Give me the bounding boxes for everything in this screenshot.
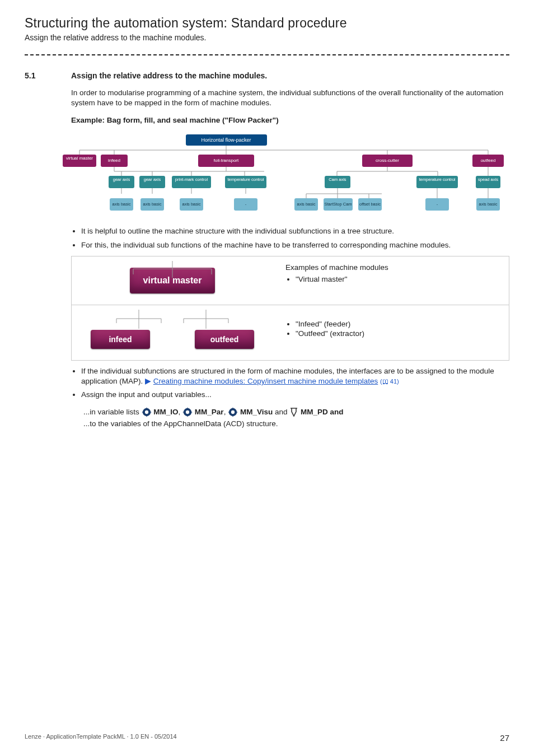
- var-and: and: [273, 408, 289, 416]
- tree-r2r-0: spead axis: [478, 177, 498, 182]
- modules-cell-right-1: Examples of machine modules "Virtual mas…: [273, 256, 509, 305]
- tree-r2l-1: gear axis: [144, 177, 161, 182]
- tree-r1-1: infeed: [108, 158, 120, 163]
- tree-r3l-1: axis basic: [143, 202, 162, 207]
- svg-point-71: [231, 410, 235, 413]
- var-mm-visu: MM_Visu: [240, 408, 273, 416]
- page-ref-num: 41: [390, 378, 397, 385]
- modules-row-2: infeed outfeed "Infeed" (feeder) "Outfee…: [72, 305, 509, 361]
- variable-icon: [289, 407, 298, 417]
- example-heading: Example: Bag form, fill, and seal machin…: [71, 116, 509, 124]
- modules-cell-right-2: "Infeed" (feeder) "Outfeed" (extractor): [273, 305, 509, 360]
- tree-r2l-0: gear axis: [113, 177, 130, 182]
- tree-svg: Horizontal flow-packer: [46, 132, 505, 216]
- footer-left: Lenze · ApplicationTemplate PackML · 1.0…: [25, 733, 177, 743]
- tree-r2m-1: temperature control: [419, 177, 455, 182]
- var-mm-par: MM_Par: [195, 408, 224, 416]
- tree-r1-2: foil-transport: [214, 158, 239, 163]
- link-creating-modules[interactable]: Creating machine modules: Copy/insert ma…: [153, 377, 378, 385]
- modules-heading: Examples of machine modules: [285, 263, 501, 272]
- var-mm-io: MM_IO: [153, 408, 178, 416]
- tree-r3r-0: axis basic: [479, 202, 498, 207]
- page-footer: Lenze · ApplicationTemplate PackML · 1.0…: [25, 733, 509, 743]
- bullet-list-b: If the individual subfunctions are struc…: [71, 366, 509, 400]
- modules-cell-left-1: virtual master: [72, 256, 273, 305]
- gear-icon: [228, 407, 238, 417]
- gear-icon: [142, 407, 152, 417]
- svg-point-67: [144, 410, 148, 413]
- modules-row2-item0: "Infeed" (feeder): [296, 320, 501, 328]
- bullet-a-1: For this, the individual sub functions o…: [81, 240, 509, 250]
- tree-r3m-2: offset basic: [359, 202, 381, 207]
- svg-point-69: [186, 410, 189, 413]
- modules-grid: virtual master Examples of machine modul…: [71, 256, 509, 361]
- section-heading: Assign the relative address to the machi…: [71, 71, 267, 80]
- footer-page: 27: [500, 733, 509, 743]
- var-pre: ...in variable lists: [83, 408, 142, 416]
- modules-cell-left-2: infeed outfeed: [72, 305, 273, 360]
- modules-row2-item1: "Outfeed" (extractor): [296, 329, 501, 338]
- bullet-a-0: It is helpful to outline the machine str…: [81, 226, 509, 236]
- variable-para: ...in variable lists MM_IO, MM_Par, MM_V…: [83, 406, 509, 430]
- sub-title: Assign the relative address to the machi…: [25, 33, 509, 42]
- tree-r3l-2: axis basic: [182, 202, 201, 207]
- tree-r1-4: outfeed: [481, 158, 496, 163]
- section-number: 5.1: [25, 71, 55, 80]
- document-page: Structuring the automation system: Stand…: [0, 0, 534, 756]
- tree-r3l-0: axis basic: [113, 202, 131, 207]
- tree-r1-0: virtual master: [66, 156, 93, 161]
- tree-r2l-2: print-mark control: [175, 177, 208, 182]
- modules-row-1: virtual master Examples of machine modul…: [72, 256, 509, 305]
- tree-r2m-0: Cam axis: [329, 177, 346, 182]
- content-column: In order to modularise programming of a …: [71, 88, 509, 430]
- intro-paragraph: In order to modularise programming of a …: [71, 88, 509, 108]
- tree-diagram: Horizontal flow-packer: [46, 132, 509, 218]
- tree-top: Horizontal flow-packer: [201, 137, 251, 143]
- bullet-b-0: If the individual subfunctions are struc…: [81, 366, 509, 386]
- bullet-b-1: Assign the input and output variables...: [81, 390, 509, 400]
- gear-icon: [182, 407, 193, 417]
- chapter-title: Structuring the automation system: Stand…: [25, 16, 509, 31]
- tree-r3m-1: StartStop Cam: [324, 202, 352, 207]
- tree-r3m-0: axis basic: [297, 202, 316, 207]
- var-mm-pd: MM_PD and: [301, 408, 344, 416]
- connector-svg-1: [116, 261, 228, 283]
- section-heading-row: 5.1 Assign the relative address to the m…: [25, 71, 509, 80]
- pill-outfeed: outfeed: [195, 330, 254, 349]
- var-line2: ...to the variables of the AppChannelDat…: [83, 419, 278, 428]
- tree-r2l-3: temperature control: [227, 177, 264, 182]
- dashed-rule: [25, 54, 509, 55]
- page-ref: (🕮 41): [380, 378, 399, 385]
- bullet-list-a: It is helpful to outline the machine str…: [71, 226, 509, 250]
- modules-row1-item0: "Virtual master": [296, 275, 501, 283]
- pill-infeed: infeed: [91, 330, 150, 349]
- tree-r1-3: cross-cutter: [376, 158, 399, 163]
